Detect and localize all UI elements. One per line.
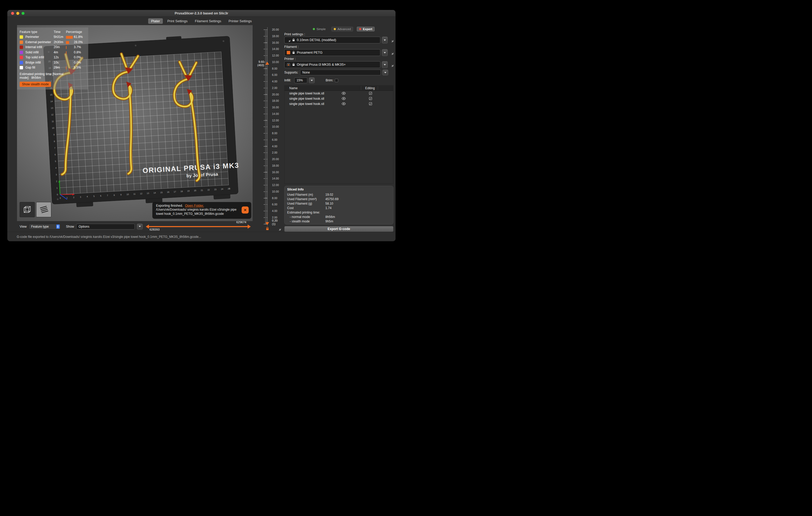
feature-name: Solid infill — [25, 51, 39, 54]
svg-text:12: 12 — [140, 192, 143, 195]
layer-tick-label: 2.00 — [272, 86, 283, 90]
layer-tick-label: 2.00 — [272, 216, 283, 219]
horizontal-range-slider[interactable]: 629674 628393 — [146, 221, 251, 232]
lock-icon — [292, 63, 295, 66]
visibility-eye-icon[interactable] — [342, 97, 346, 100]
svg-text:16: 16 — [167, 191, 170, 194]
object-settings-icon[interactable] — [369, 97, 372, 100]
layer-tick-label: 20.00 — [272, 93, 283, 96]
range-left-thumb[interactable] — [146, 224, 149, 229]
object-name: single pipe towel hook.stl — [285, 102, 324, 106]
minimize-window-button[interactable] — [16, 12, 19, 15]
editor-view-button[interactable] — [20, 202, 35, 217]
tab-filament-settings[interactable]: Filament Settings — [192, 18, 224, 24]
tab-plater[interactable]: Plater — [148, 18, 163, 24]
export-path-line2: towel hook_0.1mm_PETG_MK3S_8h56m.gcode — [156, 212, 248, 216]
layer-tick-label: 18.00 — [272, 164, 283, 167]
layer-tick-label: 20.00 — [272, 157, 283, 161]
svg-text:10: 10 — [52, 127, 54, 129]
percentage-bar — [66, 41, 69, 44]
mode-switcher: Simple Advanced Expert — [311, 27, 375, 31]
mode-expert-button[interactable]: Expert — [357, 27, 375, 31]
object-row[interactable]: single pipe towel hook.stl — [285, 101, 393, 107]
legend-row: Gap fill 29m 5.5% — [20, 65, 86, 71]
visibility-eye-icon[interactable] — [342, 92, 346, 95]
supports-label: Supports: — [284, 71, 298, 74]
chevron-down-icon — [384, 52, 386, 53]
show-stealth-mode-button[interactable]: Show stealth mode — [20, 82, 51, 87]
legend-header-percentage: Percentage — [66, 30, 82, 34]
object-row[interactable]: single pipe towel hook.stl — [285, 96, 393, 101]
viewport-wrap: 0123456789101112131415161718192021222324… — [17, 25, 253, 232]
printer-gear-button[interactable] — [389, 63, 394, 67]
brim-checkbox[interactable] — [335, 79, 338, 82]
printer-label: Printer : — [284, 57, 296, 61]
zoom-window-button[interactable] — [22, 12, 25, 15]
visibility-eye-icon[interactable] — [342, 102, 346, 105]
preview-view-button[interactable] — [36, 202, 51, 217]
toast-close-button[interactable]: × — [242, 207, 249, 214]
feature-name: Bridge infill — [25, 61, 41, 64]
main-area: 0123456789101112131415161718192021222324… — [7, 25, 396, 232]
feature-name: Internal infill — [25, 45, 42, 49]
show-options-select[interactable]: Options — [76, 224, 135, 230]
object-settings-icon[interactable] — [369, 92, 372, 95]
object-row[interactable]: single pipe towel hook.stl — [285, 91, 393, 96]
preview-toolbar: View Feature type Show Options 629674 62… — [17, 221, 253, 232]
tab-print-settings[interactable]: Print Settings — [164, 18, 190, 24]
tab-printer-settings[interactable]: Printer Settings — [226, 18, 255, 24]
print-settings-dropdown-button[interactable] — [382, 37, 388, 43]
layer-settings-gear-icon[interactable] — [277, 226, 281, 231]
printer-dropdown-button[interactable] — [382, 61, 388, 68]
layer-upper-value: 9.60 — [253, 60, 264, 63]
sliced-info-label: - stealth mode — [287, 219, 310, 223]
feature-name: External perimeter — [25, 40, 51, 44]
expert-mode-dot-icon — [359, 28, 361, 30]
filament-dropdown-button[interactable] — [382, 49, 388, 56]
show-options-dropdown-button[interactable] — [137, 224, 143, 230]
mode-simple-label: Simple — [317, 28, 326, 31]
infill-value: 15% — [297, 79, 303, 82]
feature-legend: Feature type Time Percentage Perimeter 5… — [17, 28, 88, 90]
feature-color-chip — [20, 61, 23, 64]
export-status-text: Exporting finished. — [156, 204, 183, 208]
svg-text:13: 13 — [51, 107, 53, 110]
object-name: single pipe towel hook.stl — [285, 92, 324, 95]
legend-header-feature: Feature type — [20, 30, 37, 34]
printer-field[interactable]: Original Prusa i3 MK3S & MK3S+ — [284, 61, 380, 68]
mode-simple-button[interactable]: Simple — [311, 27, 328, 31]
object-name: single pipe towel hook.stl — [285, 97, 324, 100]
legend-row: Top solid infill 12s 0.0% — [20, 55, 86, 60]
legend-row: External perimeter 2h30m 28.0% — [20, 40, 86, 45]
layer-lower-thumb[interactable] — [265, 222, 269, 225]
print-settings-field[interactable]: 0.10mm DETAIL (modified) — [284, 37, 380, 43]
layer-lock-icon[interactable] — [266, 227, 269, 231]
close-window-button[interactable] — [11, 12, 14, 15]
filament-field[interactable]: Prusament PETG — [284, 49, 380, 56]
mode-advanced-button[interactable]: Advanced — [331, 27, 353, 31]
print-settings-gear-button[interactable] — [389, 38, 394, 42]
layer-upper-thumb[interactable] — [265, 62, 269, 65]
range-track[interactable] — [148, 226, 248, 227]
infill-select[interactable]: 15% — [294, 78, 307, 83]
svg-text:11: 11 — [133, 193, 136, 195]
feature-color-chip — [20, 35, 23, 39]
export-gcode-button[interactable]: Export G-code — [284, 226, 394, 232]
feature-name: Gap fill — [25, 66, 35, 69]
legend-row: Bridge infill 10s 0.0% — [20, 60, 86, 66]
infill-dropdown-button[interactable] — [309, 78, 315, 83]
feature-percentage: 0.0% — [74, 56, 81, 59]
filament-gear-button[interactable] — [389, 51, 394, 55]
object-settings-icon[interactable] — [369, 102, 372, 105]
svg-text:18: 18 — [180, 190, 183, 193]
feature-name: Perimeter — [25, 35, 39, 39]
open-folder-link[interactable]: Open Folder. — [185, 204, 204, 208]
supports-select[interactable]: None — [300, 70, 381, 75]
layer-tick-label: 8.00 — [272, 132, 283, 135]
range-right-thumb[interactable] — [248, 224, 251, 229]
view-type-select[interactable]: Feature type — [29, 224, 61, 230]
supports-dropdown-button[interactable] — [382, 70, 388, 75]
layer-tick-label: 14.00 — [272, 112, 283, 115]
status-bar: G-code file exported to /Users/vk/Downlo… — [7, 232, 396, 241]
3d-viewport[interactable]: 0123456789101112131415161718192021222324… — [17, 25, 253, 221]
